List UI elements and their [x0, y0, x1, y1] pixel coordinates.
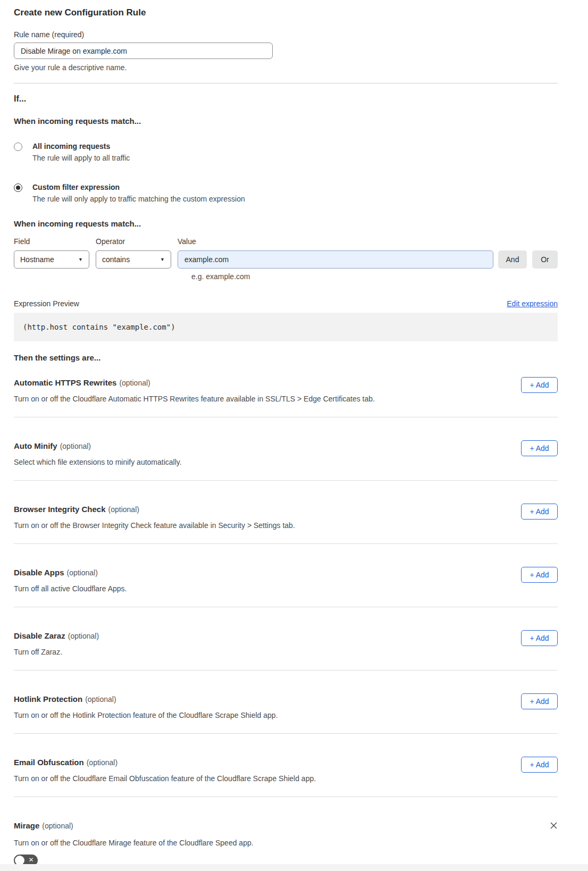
- settings-heading: Then the settings are...: [14, 353, 558, 362]
- field-select[interactable]: Hostname ▼: [14, 250, 89, 269]
- setting-browser-integrity-check: Browser Integrity Check(optional) Turn o…: [14, 481, 558, 544]
- setting-description: Turn on or off the Browser Integrity Che…: [14, 521, 510, 530]
- expression-preview-box: (http.host contains "example.com"): [14, 313, 558, 341]
- setting-auto-minify: Auto Minify(optional) Select which file …: [14, 417, 558, 481]
- setting-title: Email Obfuscation: [14, 758, 84, 767]
- field-select-value: Hostname: [20, 255, 54, 264]
- radio-label: Custom filter expression: [32, 183, 245, 192]
- rule-name-label: Rule name (required): [14, 31, 558, 38]
- optional-label: (optional): [42, 822, 73, 830]
- setting-title: Automatic HTTPS Rewrites: [14, 378, 116, 387]
- optional-label: (optional): [119, 379, 150, 387]
- optional-label: (optional): [85, 695, 116, 704]
- expression-preview-label: Expression Preview: [14, 299, 79, 308]
- page-title: Create new Configuration Rule: [14, 8, 558, 18]
- setting-description: Turn off Zaraz.: [14, 648, 510, 656]
- radio-description: The rule will only apply to traffic matc…: [32, 195, 245, 203]
- add-auto-minify-button[interactable]: + Add: [521, 440, 558, 456]
- optional-label: (optional): [108, 505, 139, 514]
- setting-description: Turn on or off the Cloudflare Mirage fea…: [14, 839, 558, 847]
- expression-text: (http.host contains "example.com"): [23, 323, 175, 331]
- setting-title: Browser Integrity Check: [14, 505, 106, 514]
- setting-description: Turn off all active Cloudflare Apps.: [14, 584, 510, 593]
- setting-automatic-https-rewrites: Automatic HTTPS Rewrites(optional) Turn …: [14, 362, 558, 417]
- setting-description: Select which file extensions to minify a…: [14, 458, 510, 466]
- optional-label: (optional): [60, 442, 91, 450]
- operator-label: Operator: [96, 238, 178, 245]
- value-input[interactable]: [178, 250, 493, 269]
- radio-icon[interactable]: [14, 143, 22, 151]
- operator-select[interactable]: contains ▼: [96, 250, 171, 269]
- chevron-down-icon: ▼: [78, 257, 83, 262]
- edit-expression-link[interactable]: Edit expression: [507, 299, 558, 308]
- add-disable-apps-button[interactable]: + Add: [521, 567, 558, 583]
- close-icon[interactable]: [550, 822, 558, 832]
- add-automatic-https-rewrites-button[interactable]: + Add: [521, 377, 558, 393]
- setting-email-obfuscation: Email Obfuscation(optional) Turn on or o…: [14, 734, 558, 797]
- operator-select-value: contains: [102, 255, 130, 264]
- setting-mirage: Mirage(optional) Turn on or off the Clou…: [14, 797, 558, 868]
- setting-description: Turn on or off the Cloudflare Automatic …: [14, 395, 510, 403]
- radio-label: All incoming requests: [32, 142, 130, 151]
- toggle-off-x-icon: ✕: [28, 857, 35, 864]
- radio-description: The rule will apply to all traffic: [32, 154, 130, 162]
- rule-name-input[interactable]: [14, 43, 273, 59]
- match-subheading: When incoming requests match...: [14, 117, 558, 125]
- setting-title: Disable Apps: [14, 568, 64, 577]
- optional-label: (optional): [66, 568, 97, 577]
- radio-icon[interactable]: [14, 183, 22, 192]
- setting-hotlink-protection: Hotlink Protection(optional) Turn on or …: [14, 671, 558, 734]
- field-label: Field: [14, 238, 96, 245]
- setting-title: Hotlink Protection: [14, 694, 82, 704]
- setting-title: Mirage: [14, 821, 39, 830]
- and-button[interactable]: And: [498, 250, 527, 269]
- radio-custom-filter-expression[interactable]: Custom filter expression The rule will o…: [14, 183, 558, 203]
- setting-title: Disable Zaraz: [14, 631, 65, 640]
- optional-label: (optional): [87, 758, 117, 767]
- chevron-down-icon: ▼: [160, 257, 165, 262]
- rule-name-helper: Give your rule a descriptive name.: [14, 64, 558, 71]
- radio-all-incoming-requests[interactable]: All incoming requests The rule will appl…: [14, 142, 558, 162]
- section-divider: [14, 83, 558, 83]
- setting-disable-zaraz: Disable Zaraz(optional) Turn off Zaraz. …: [14, 607, 558, 671]
- setting-description: Turn on or off the Cloudflare Email Obfu…: [14, 774, 510, 783]
- value-helper: e.g. example.com: [191, 273, 558, 280]
- builder-heading: When incoming requests match...: [14, 220, 558, 228]
- footer-band: [0, 864, 588, 871]
- add-email-obfuscation-button[interactable]: + Add: [521, 757, 558, 773]
- add-hotlink-protection-button[interactable]: + Add: [521, 693, 558, 709]
- setting-title: Auto Minify: [14, 441, 57, 450]
- value-label: Value: [178, 238, 196, 245]
- optional-label: (optional): [68, 632, 99, 640]
- setting-description: Turn on or off the Hotlink Protection fe…: [14, 711, 510, 719]
- if-heading: If...: [14, 94, 558, 104]
- setting-disable-apps: Disable Apps(optional) Turn off all acti…: [14, 544, 558, 607]
- add-browser-integrity-check-button[interactable]: + Add: [521, 504, 558, 520]
- or-button[interactable]: Or: [532, 250, 558, 269]
- add-disable-zaraz-button[interactable]: + Add: [521, 630, 558, 646]
